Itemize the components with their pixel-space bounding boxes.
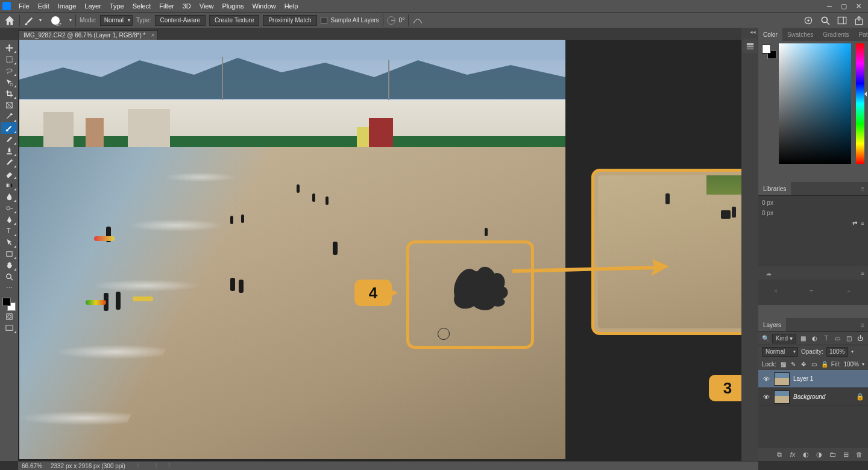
libraries-panel-menu-icon[interactable]: ≡ [857, 186, 868, 192]
eraser-tool[interactable] [1, 168, 17, 180]
layer-name[interactable]: Layer 1 [793, 375, 813, 382]
menu-file[interactable]: File [14, 2, 34, 10]
lock-all-icon[interactable]: 🔒 [821, 360, 828, 368]
pressure-size-icon[interactable] [412, 15, 423, 26]
eyedropper-tool[interactable] [1, 111, 17, 122]
search-icon[interactable] [820, 15, 831, 26]
menu-select[interactable]: Select [128, 2, 156, 10]
status-prev-icon[interactable]: 〈 [152, 462, 157, 470]
layer-name[interactable]: Background [793, 393, 825, 400]
mode-dropdown[interactable]: Normal [100, 15, 133, 26]
move-tool[interactable] [1, 42, 17, 54]
hand-tool[interactable] [1, 260, 17, 271]
fill-field[interactable]: 100% [843, 361, 859, 368]
type-create-texture-button[interactable]: Create Texture [209, 15, 259, 26]
clone-stamp-tool[interactable] [1, 145, 17, 157]
path-select-tool[interactable] [1, 237, 17, 248]
type-proximity-match-button[interactable]: Proximity Match [263, 15, 316, 26]
hue-slider-thumb-icon[interactable] [862, 92, 867, 96]
edit-toolbar-icon[interactable]: ⋯ [1, 283, 17, 294]
color-field[interactable] [779, 43, 851, 164]
dodge-tool[interactable] [1, 202, 17, 214]
new-layer-icon[interactable]: ⊞ [841, 450, 850, 459]
frame-tool[interactable] [1, 99, 17, 111]
type-content-aware-button[interactable]: Content-Aware [155, 15, 206, 26]
layer-visibility-icon[interactable]: 👁 [762, 375, 770, 383]
delete-layer-icon[interactable]: 🗑 [855, 450, 863, 459]
filter-adjust-icon[interactable]: ◐ [811, 334, 819, 343]
foreground-background-colors[interactable] [2, 298, 16, 311]
layer-thumbnail[interactable] [774, 372, 790, 386]
document-info[interactable]: 2332 px x 2916 px (300 ppi) [51, 463, 125, 469]
layer-row-layer1[interactable]: 👁 Layer 1 [758, 370, 868, 388]
new-fill-layer-icon[interactable]: ◑ [815, 450, 823, 459]
layer-lock-icon[interactable]: 🔒 [856, 393, 864, 401]
layers-panel-menu-icon[interactable]: ≡ [857, 322, 868, 328]
layer-mask-icon[interactable]: ◐ [802, 450, 810, 459]
lasso-tool[interactable] [1, 65, 17, 77]
menu-help[interactable]: Help [280, 2, 303, 10]
rectangle-tool[interactable] [1, 248, 17, 260]
zoom-level[interactable]: 66.67% [22, 463, 42, 469]
opacity-field[interactable]: 100% [826, 347, 848, 357]
gradient-tool[interactable] [1, 180, 17, 191]
color-panel-fgbg[interactable] [762, 45, 776, 59]
lock-artboard-icon[interactable]: ▭ [810, 360, 817, 368]
crop-tool[interactable] [1, 88, 17, 99]
filter-type-icon[interactable]: T [822, 334, 831, 343]
layers-kind-search-icon[interactable]: 🔍 [762, 335, 769, 342]
workspace-icon[interactable] [837, 15, 848, 26]
libraries-swap-icon[interactable]: ⇄ [852, 220, 857, 227]
lock-transparent-icon[interactable]: ▩ [779, 360, 787, 368]
status-more-icon[interactable]: 〉 [136, 462, 141, 470]
brush-tool[interactable] [1, 134, 17, 145]
share-icon[interactable] [854, 15, 864, 26]
layers-kind-dropdown[interactable]: Kind ▾ [772, 334, 796, 343]
history-brush-tool[interactable] [1, 157, 17, 168]
layer-visibility-icon[interactable]: 👁 [762, 393, 770, 401]
tab-color[interactable]: Color [758, 28, 782, 41]
quick-select-tool[interactable] [1, 77, 17, 88]
hue-slider[interactable] [856, 43, 864, 164]
window-minimize-icon[interactable]: ─ [822, 1, 837, 11]
color-panel-fg-swatch[interactable] [762, 45, 771, 54]
pen-tool[interactable] [1, 214, 17, 225]
angle-dial-icon[interactable] [387, 16, 395, 25]
filter-pixel-icon[interactable]: ▦ [799, 334, 808, 343]
quick-mask-icon[interactable] [1, 311, 17, 322]
libraries-align-icon[interactable]: ≡ [861, 220, 864, 227]
current-tool-icon[interactable] [24, 14, 36, 27]
spot-healing-brush-tool[interactable] [1, 122, 17, 134]
document-tab[interactable]: IMG_9282.CR2 @ 66.7% (Layer 1, RGB/8*) *… [18, 30, 158, 40]
menu-filter[interactable]: Filter [155, 2, 178, 10]
align-center-icon[interactable]: ⫟ [808, 287, 815, 294]
align-left-icon[interactable]: ⫞ [774, 287, 778, 294]
properties-cloud-icon[interactable]: ☁ [762, 270, 775, 277]
layer-thumbnail[interactable] [774, 390, 790, 404]
menu-type[interactable]: Type [105, 2, 128, 10]
menu-window[interactable]: Window [248, 2, 280, 10]
new-group-icon[interactable]: 🗀 [828, 450, 837, 459]
lock-position-icon[interactable]: ✥ [800, 360, 807, 368]
status-next-icon[interactable]: 〉 [168, 462, 172, 470]
layer-fx-icon[interactable]: fx [788, 450, 797, 459]
marquee-tool[interactable] [1, 54, 17, 65]
menu-3d[interactable]: 3D [178, 2, 195, 10]
layer-row-background[interactable]: 👁 Background 🔒 [758, 388, 868, 406]
tab-swatches[interactable]: Swatches [782, 28, 818, 41]
link-layers-icon[interactable]: ⧉ [775, 450, 784, 459]
window-close-icon[interactable]: ✕ [851, 1, 866, 11]
tab-libraries[interactable]: Libraries [758, 182, 791, 195]
menu-plugins[interactable]: Plugins [218, 2, 248, 10]
window-maximize-icon[interactable]: ▢ [837, 1, 851, 11]
blur-tool[interactable] [1, 191, 17, 202]
sample-all-layers-checkbox[interactable] [321, 17, 327, 24]
tab-patterns[interactable]: Patterns [854, 28, 868, 41]
menu-image[interactable]: Image [54, 2, 81, 10]
filter-toggle-icon[interactable]: ⏻ [856, 334, 864, 343]
foreground-color-swatch[interactable] [2, 298, 11, 306]
menu-edit[interactable]: Edit [34, 2, 54, 10]
close-tab-icon[interactable]: × [151, 32, 155, 39]
align-right-icon[interactable]: ⫠ [846, 287, 852, 294]
lock-image-icon[interactable]: ✎ [790, 360, 797, 368]
